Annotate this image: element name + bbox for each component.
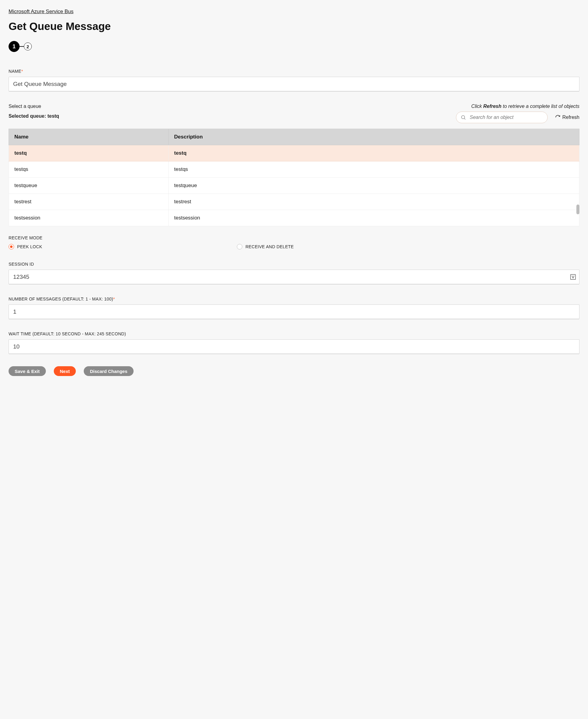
row-name: testsession	[9, 210, 169, 226]
col-description[interactable]: Description	[168, 129, 579, 145]
row-description: testrest	[168, 194, 579, 210]
session-id-field: SESSION ID	[8, 262, 580, 284]
selected-queue-value: testq	[47, 114, 59, 119]
row-name: testqs	[9, 161, 169, 178]
wait-time-label: WAIT TIME (DEFAULT: 10 SECOND - MAX: 245…	[8, 331, 580, 336]
radio-option[interactable]: PEEK LOCK	[8, 244, 237, 249]
scrollbar-thumb[interactable]	[576, 205, 580, 214]
search-input[interactable]	[469, 114, 543, 120]
session-id-label: SESSION ID	[8, 262, 580, 267]
search-box[interactable]	[456, 111, 548, 123]
discard-button[interactable]: Discard Changes	[84, 366, 133, 376]
selected-queue-label: Selected queue: testq	[8, 114, 59, 119]
select-queue-label: Select a queue	[8, 104, 59, 109]
radio-label: PEEK LOCK	[17, 244, 42, 249]
refresh-button[interactable]: Refresh	[555, 115, 580, 120]
table-row[interactable]: testsessiontestsession	[9, 210, 580, 226]
svg-point-0	[461, 116, 465, 119]
save-exit-button[interactable]: Save & Exit	[8, 366, 46, 376]
stepper: 1 2	[8, 41, 580, 52]
radio-option[interactable]: RECEIVE AND DELETE	[237, 244, 465, 249]
table-row[interactable]: testresttestrest	[9, 194, 580, 210]
required-marker: *	[21, 69, 23, 74]
step-1[interactable]: 1	[8, 41, 20, 52]
table-row[interactable]: testqtestq	[9, 145, 580, 161]
search-icon	[461, 115, 466, 120]
num-messages-label: NUMBER OF MESSAGES (DEFAULT: 1 - MAX: 10…	[8, 296, 580, 302]
refresh-hint: Click Refresh to retrieve a complete lis…	[456, 104, 580, 109]
hint-pre: Click	[471, 104, 483, 109]
wait-time-input[interactable]	[8, 339, 580, 354]
row-description: testsession	[168, 210, 579, 226]
refresh-label: Refresh	[562, 115, 580, 120]
breadcrumb[interactable]: Microsoft Azure Service Bus	[8, 8, 74, 15]
radio-dot[interactable]	[237, 244, 243, 249]
table-row[interactable]: testqstestqs	[9, 161, 580, 178]
num-messages-label-text: NUMBER OF MESSAGES (DEFAULT: 1 - MAX: 10…	[8, 296, 113, 302]
row-description: testq	[168, 145, 579, 161]
name-label: NAME*	[8, 69, 580, 74]
variable-icon[interactable]	[570, 273, 576, 280]
required-marker: *	[113, 296, 115, 302]
next-button[interactable]: Next	[54, 366, 76, 376]
row-name: testqueue	[9, 178, 169, 194]
radio-dot[interactable]	[8, 244, 14, 249]
page-title: Get Queue Message	[8, 20, 580, 33]
hint-bold: Refresh	[483, 104, 502, 109]
svg-rect-2	[571, 274, 576, 280]
hint-post: to retrieve a complete list of objects	[502, 104, 580, 109]
queue-table-wrap: Name Description testqtestqtestqstestqst…	[8, 129, 580, 226]
name-input[interactable]	[8, 77, 580, 91]
selected-queue-prefix: Selected queue:	[8, 114, 47, 119]
row-description: testqs	[168, 161, 579, 178]
col-name[interactable]: Name	[9, 129, 169, 145]
table-row[interactable]: testqueuetestqueue	[9, 178, 580, 194]
session-id-input[interactable]	[8, 270, 580, 284]
radio-label: RECEIVE AND DELETE	[246, 244, 294, 249]
name-field: NAME*	[8, 69, 580, 91]
queue-table: Name Description testqtestqtestqstestqst…	[8, 129, 580, 226]
step-2[interactable]: 2	[24, 42, 32, 50]
num-messages-field: NUMBER OF MESSAGES (DEFAULT: 1 - MAX: 10…	[8, 296, 580, 319]
wait-time-field: WAIT TIME (DEFAULT: 10 SECOND - MAX: 245…	[8, 331, 580, 354]
row-description: testqueue	[168, 178, 579, 194]
num-messages-input[interactable]	[8, 305, 580, 319]
queue-section: Select a queue Selected queue: testq Cli…	[8, 104, 580, 226]
name-label-text: NAME	[8, 69, 21, 74]
refresh-icon	[555, 115, 561, 120]
receive-mode-radio-group: PEEK LOCKRECEIVE AND DELETE	[8, 244, 580, 249]
row-name: testrest	[9, 194, 169, 210]
receive-mode-field: RECEIVE MODE PEEK LOCKRECEIVE AND DELETE	[8, 235, 580, 249]
svg-line-1	[464, 118, 465, 119]
receive-mode-label: RECEIVE MODE	[8, 235, 580, 240]
footer-actions: Save & Exit Next Discard Changes	[8, 366, 580, 376]
row-name: testq	[9, 145, 169, 161]
step-connector	[20, 46, 24, 47]
